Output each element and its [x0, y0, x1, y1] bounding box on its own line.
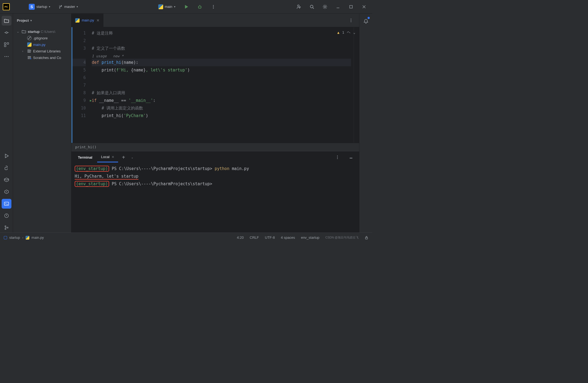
tree-item-path: C:\Users\	[41, 30, 55, 34]
new-session-button[interactable]: +	[119, 153, 128, 162]
svg-rect-15	[4, 202, 9, 205]
run-button[interactable]	[181, 1, 192, 12]
svg-point-4	[298, 5, 299, 7]
project-icon	[4, 236, 7, 239]
right-tool-stripe	[359, 14, 372, 233]
services-tool-button[interactable]	[2, 187, 11, 197]
python-icon	[75, 18, 80, 23]
terminal-tab-label: Local	[101, 155, 109, 159]
tree-item-scratches[interactable]: Scratches and Co	[15, 54, 69, 61]
warning-icon: ▲	[337, 30, 340, 34]
venv-indicator: (env_startup)	[75, 181, 109, 187]
prev-highlight-button[interactable]: ヘ	[347, 30, 350, 35]
terminal-session-tab[interactable]: Local ✕	[97, 152, 118, 162]
code-with-me-button[interactable]	[293, 1, 304, 12]
session-dropdown-button[interactable]: ⌄	[129, 155, 135, 160]
vcs-tool-button[interactable]	[2, 223, 11, 233]
inspection-badge[interactable]: ▲1 ヘ ⌄	[337, 30, 355, 35]
chevron-down-icon: ⌄	[17, 30, 20, 33]
statusbar-file[interactable]: main.py	[31, 236, 44, 240]
editor-tabs: main.py ✕	[71, 14, 359, 27]
project-selector[interactable]: S startup ▾	[26, 2, 53, 11]
svg-point-12	[4, 56, 5, 57]
minimize-button[interactable]	[333, 1, 343, 12]
svg-point-28	[351, 20, 352, 21]
tree-item-project-root[interactable]: ⌄ startup C:\Users\	[15, 28, 69, 35]
main-menu-button[interactable]	[12, 1, 23, 12]
terminal-panel: Terminal Local ✕ + ⌄ (env_startup) PS C:…	[71, 151, 359, 233]
notifications-button[interactable]	[361, 16, 371, 26]
settings-button[interactable]	[320, 1, 330, 12]
svg-rect-20	[28, 50, 29, 52]
tree-item-main-py[interactable]: main.py	[15, 41, 69, 48]
structure-tool-button[interactable]	[2, 40, 11, 49]
python-icon	[26, 236, 29, 240]
readonly-toggle[interactable]	[365, 236, 368, 240]
library-icon	[27, 49, 31, 53]
tree-item-external-libs[interactable]: › External Libraries	[15, 48, 69, 54]
svg-point-5	[310, 5, 313, 8]
run-config-selector[interactable]: main ▾	[156, 3, 178, 10]
line-separator[interactable]: CRLF	[250, 236, 259, 240]
code-area[interactable]: # 这是注释 # 定义了一个函数 1 usage new * def print…	[89, 27, 354, 143]
statusbar: startup › main.py 4:20 CRLF UTF-8 4 spac…	[0, 233, 372, 242]
search-everywhere-button[interactable]	[306, 1, 317, 12]
run-config-label: main	[165, 5, 172, 9]
project-tool-button[interactable]	[2, 16, 11, 26]
debug-button[interactable]	[194, 1, 205, 12]
next-highlight-button[interactable]: ⌄	[353, 30, 355, 34]
chevron-right-icon: ›	[22, 50, 26, 53]
hide-terminal-button[interactable]	[346, 152, 356, 163]
svg-rect-7	[350, 5, 352, 8]
more-actions-button[interactable]	[208, 1, 219, 12]
close-button[interactable]	[359, 1, 369, 12]
run-tool-button[interactable]	[2, 151, 11, 161]
more-tool-button[interactable]	[2, 52, 11, 61]
cursor-position[interactable]: 4:20	[237, 236, 244, 240]
chevron-down-icon: ▾	[174, 5, 175, 8]
project-view-selector[interactable]: Project ▾	[13, 14, 71, 27]
folder-icon	[22, 29, 26, 34]
terminal-tool-button[interactable]	[2, 199, 11, 209]
svg-rect-22	[30, 50, 31, 52]
close-session-button[interactable]: ✕	[112, 155, 114, 159]
python-icon	[27, 42, 31, 47]
tree-item-label: Scratches and Co	[33, 56, 61, 60]
code-editor[interactable]: 1 2 3 4 5 6 7 8 9▶ 10 11 # 这是注释 # 定义了一个函…	[71, 27, 359, 143]
pycharm-logo-icon: PC	[3, 3, 10, 10]
breadcrumb[interactable]: print_hi()	[71, 143, 359, 151]
svg-point-3	[213, 8, 214, 8]
scratches-icon	[27, 55, 31, 60]
chevron-down-icon: ▾	[49, 5, 50, 8]
terminal-options-button[interactable]	[332, 152, 343, 163]
indent-setting[interactable]: 4 spaces	[281, 236, 295, 240]
editor-scrollbar[interactable]	[354, 27, 359, 143]
maximize-button[interactable]	[346, 1, 356, 12]
titlebar: PC S startup ▾ master ▾ main ▾	[0, 0, 372, 14]
terminal-tool-tab[interactable]: Terminal	[74, 153, 96, 162]
git-branch-selector[interactable]: master ▾	[56, 3, 81, 11]
svg-point-29	[351, 21, 352, 22]
tab-options-button[interactable]	[346, 15, 356, 26]
python-console-tool-button[interactable]	[2, 163, 11, 173]
svg-point-31	[337, 157, 338, 158]
branch-name-label: master	[64, 5, 75, 9]
warning-count: 1	[342, 30, 344, 34]
gutter: 1 2 3 4 5 6 7 8 9▶ 10 11	[71, 27, 89, 143]
svg-point-30	[337, 156, 338, 156]
python-interpreter[interactable]: env_startup	[301, 236, 320, 240]
close-tab-button[interactable]: ✕	[96, 18, 100, 23]
project-panel: Project ▾ ⌄ startup C:\Users\ .gitignore…	[13, 14, 71, 233]
problems-tool-button[interactable]	[2, 211, 11, 221]
commit-tool-button[interactable]	[2, 28, 11, 37]
tree-item-label: main.py	[33, 43, 46, 47]
python-packages-tool-button[interactable]	[2, 175, 11, 185]
statusbar-project[interactable]: startup	[9, 236, 20, 240]
file-encoding[interactable]: UTF-8	[265, 236, 275, 240]
editor-tab-main[interactable]: main.py ✕	[71, 14, 103, 27]
terminal-tab-label: Terminal	[78, 155, 92, 159]
svg-point-27	[351, 18, 352, 19]
terminal-output[interactable]: (env_startup) PS C:\Users\----\PycharmPr…	[71, 163, 359, 233]
tree-item-gitignore[interactable]: .gitignore	[15, 35, 69, 41]
chevron-down-icon: ▾	[30, 19, 32, 22]
